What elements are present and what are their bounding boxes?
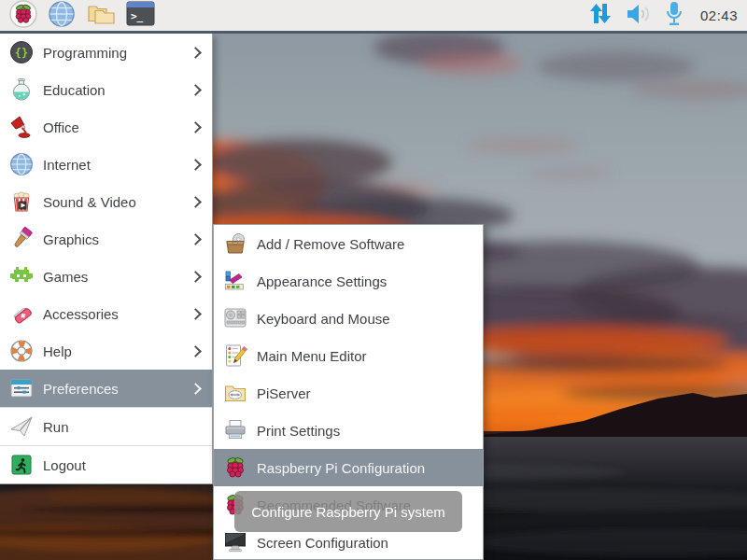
menu-item-accessories[interactable]: Accessories: [0, 295, 212, 332]
chevron-right-icon: [190, 47, 202, 59]
screen-icon: [223, 530, 247, 554]
menu-item-label: Logout: [43, 457, 203, 473]
menu-item-sound-video[interactable]: Sound & Video: [0, 183, 212, 220]
speaker-icon: [626, 2, 653, 30]
raspberry-icon: [9, 0, 37, 32]
microphone-icon: [665, 0, 684, 31]
folders-icon: [86, 1, 116, 30]
submenu-item-label: Main Menu Editor: [257, 348, 473, 364]
file-manager-button[interactable]: [86, 1, 116, 30]
menu-item-label: Games: [43, 269, 182, 285]
submenu-item-label: Screen Configuration: [257, 535, 473, 551]
printer-icon: [223, 418, 247, 442]
chevron-right-icon: [190, 308, 202, 320]
menu-item-run[interactable]: Run: [0, 408, 212, 445]
menu-item-label: Education: [43, 82, 182, 98]
chevron-right-icon: [190, 271, 202, 283]
clock[interactable]: 02:43: [700, 7, 738, 23]
tooltip: Configure Raspberry Pi system: [234, 491, 462, 532]
applications-menu-button[interactable]: [9, 0, 37, 32]
menu-item-label: Accessories: [43, 306, 182, 322]
svg-text:>_: >_: [131, 10, 144, 22]
tooltip-text: Configure Raspberry Pi system: [251, 504, 445, 520]
submenu-item-print-settings[interactable]: Print Settings: [214, 412, 483, 449]
menu-item-programming[interactable]: {} Programming: [0, 34, 212, 71]
menu-item-label: Sound & Video: [43, 194, 182, 210]
menu-item-graphics[interactable]: Graphics: [0, 220, 212, 258]
submenu-item-label: Add / Remove Software: [257, 236, 473, 252]
desktop: >_: [0, 0, 747, 560]
chevron-right-icon: [190, 233, 202, 245]
applications-menu: {} Programming Education: [0, 34, 213, 484]
office-icon: [9, 115, 34, 139]
submenu-item-label: Keyboard and Mouse: [257, 311, 473, 327]
chevron-right-icon: [190, 196, 202, 208]
menu-item-internet[interactable]: Internet: [0, 146, 212, 183]
menu-item-help[interactable]: Help: [0, 332, 212, 370]
volume-button[interactable]: [626, 2, 653, 30]
svg-text:{}: {}: [15, 47, 28, 60]
chevron-right-icon: [190, 345, 202, 357]
submenu-item-label: Appearance Settings: [257, 273, 473, 289]
chevron-right-icon: [190, 383, 202, 395]
globe-icon: [48, 0, 76, 32]
submenu-item-label: Raspberry Pi Configuration: [257, 460, 473, 476]
submenu-item-raspberry-pi-configuration[interactable]: Raspberry Pi Configuration: [214, 449, 483, 486]
chevron-right-icon: [190, 121, 202, 133]
updown-arrows-icon: [587, 1, 613, 30]
appearance-icon: [223, 269, 247, 293]
submenu-item-keyboard-and-mouse[interactable]: Keyboard and Mouse: [214, 300, 483, 337]
graphics-icon: [9, 227, 34, 251]
menu-item-games[interactable]: Games: [0, 258, 212, 295]
submenu-item-piserver[interactable]: PiServer: [214, 374, 483, 412]
menu-item-preferences[interactable]: Preferences: [0, 370, 212, 407]
internet-icon: [9, 152, 34, 176]
menu-item-label: Run: [43, 419, 203, 435]
submenu-item-label: Print Settings: [257, 423, 473, 439]
menu-item-label: Graphics: [43, 231, 182, 247]
sound-video-icon: [9, 189, 34, 214]
raspberry-icon: [223, 455, 247, 480]
add-remove-software-icon: [223, 231, 247, 256]
terminal-button[interactable]: >_: [126, 1, 155, 31]
education-icon: [9, 77, 34, 102]
submenu-item-main-menu-editor[interactable]: Main Menu Editor: [214, 337, 483, 374]
games-icon: [9, 264, 34, 288]
submenu-item-label: PiServer: [257, 385, 473, 401]
chevron-right-icon: [190, 159, 202, 171]
menu-editor-icon: [223, 343, 247, 368]
menu-item-label: Internet: [43, 157, 182, 173]
programming-icon: {}: [9, 40, 34, 64]
preferences-icon: [9, 376, 34, 400]
submenu-item-add-remove-software[interactable]: Add / Remove Software: [214, 225, 483, 262]
menu-item-label: Programming: [43, 45, 182, 61]
menu-item-label: Preferences: [43, 381, 182, 397]
microphone-button[interactable]: [665, 0, 684, 31]
network-traffic-button[interactable]: [587, 1, 613, 30]
menu-item-education[interactable]: Education: [0, 71, 212, 108]
menu-item-office[interactable]: Office: [0, 108, 212, 146]
piserver-icon: [223, 381, 247, 405]
keyboard-mouse-icon: [223, 306, 247, 330]
run-icon: [9, 414, 34, 439]
terminal-icon: >_: [126, 1, 155, 31]
menu-item-label: Office: [43, 119, 182, 135]
menu-item-label: Help: [43, 343, 182, 359]
help-icon: [9, 339, 34, 363]
logout-icon: [9, 453, 34, 477]
menu-item-logout[interactable]: Logout: [0, 446, 212, 483]
taskbar-panel: >_: [0, 0, 747, 34]
accessories-icon: [9, 301, 34, 326]
web-browser-button[interactable]: [48, 0, 76, 32]
submenu-item-appearance-settings[interactable]: Appearance Settings: [214, 262, 483, 300]
chevron-right-icon: [190, 84, 202, 96]
